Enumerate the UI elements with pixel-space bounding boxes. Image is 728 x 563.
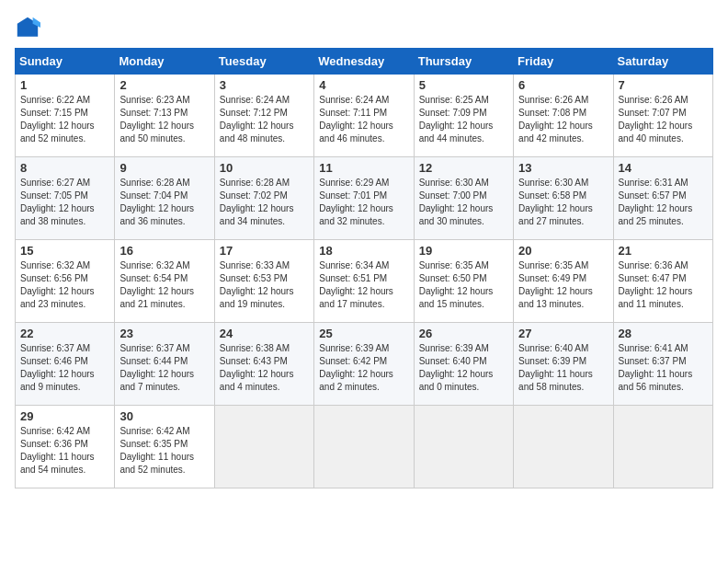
calendar-cell: 28 Sunrise: 6:41 AM Sunset: 6:37 PM Dayl… — [613, 323, 712, 406]
day-number: 6 — [518, 78, 608, 92]
day-number: 16 — [119, 244, 209, 258]
calendar-cell: 13 Sunrise: 6:30 AM Sunset: 6:58 PM Dayl… — [514, 157, 613, 240]
calendar-cell: 8 Sunrise: 6:27 AM Sunset: 7:05 PM Dayli… — [16, 157, 115, 240]
calendar-cell: 30 Sunrise: 6:42 AM Sunset: 6:35 PM Dayl… — [115, 406, 214, 488]
calendar-cell — [214, 406, 313, 488]
day-number: 2 — [119, 78, 209, 92]
day-number: 9 — [119, 161, 209, 175]
calendar-cell: 12 Sunrise: 6:30 AM Sunset: 7:00 PM Dayl… — [414, 157, 513, 240]
day-info: Sunrise: 6:35 AM Sunset: 6:50 PM Dayligh… — [419, 259, 508, 311]
calendar-week-5: 29 Sunrise: 6:42 AM Sunset: 6:36 PM Dayl… — [16, 406, 713, 488]
calendar-cell: 1 Sunrise: 6:22 AM Sunset: 7:15 PM Dayli… — [16, 75, 115, 157]
day-number: 25 — [319, 327, 408, 340]
header-day-tuesday: Tuesday — [214, 49, 313, 75]
day-info: Sunrise: 6:27 AM Sunset: 7:05 PM Dayligh… — [20, 177, 109, 228]
day-number: 24 — [220, 327, 309, 340]
calendar-cell: 24 Sunrise: 6:38 AM Sunset: 6:43 PM Dayl… — [214, 323, 313, 406]
calendar-cell: 15 Sunrise: 6:32 AM Sunset: 6:56 PM Dayl… — [16, 240, 115, 323]
calendar-cell — [613, 406, 712, 488]
day-info: Sunrise: 6:26 AM Sunset: 7:07 PM Dayligh… — [619, 94, 708, 145]
day-info: Sunrise: 6:42 AM Sunset: 6:36 PM Dayligh… — [20, 425, 109, 477]
calendar-week-3: 15 Sunrise: 6:32 AM Sunset: 6:56 PM Dayl… — [16, 240, 713, 323]
day-info: Sunrise: 6:40 AM Sunset: 6:39 PM Dayligh… — [518, 342, 608, 394]
calendar-cell: 5 Sunrise: 6:25 AM Sunset: 7:09 PM Dayli… — [414, 75, 513, 157]
day-number: 22 — [20, 327, 109, 340]
calendar-cell: 26 Sunrise: 6:39 AM Sunset: 6:40 PM Dayl… — [414, 323, 513, 406]
calendar-table: SundayMondayTuesdayWednesdayThursdayFrid… — [15, 48, 713, 488]
day-info: Sunrise: 6:35 AM Sunset: 6:49 PM Dayligh… — [518, 259, 608, 311]
header-day-wednesday: Wednesday — [314, 49, 414, 75]
day-number: 29 — [20, 409, 109, 423]
day-number: 11 — [319, 161, 408, 175]
day-number: 30 — [119, 409, 209, 423]
day-info: Sunrise: 6:37 AM Sunset: 6:44 PM Dayligh… — [119, 342, 209, 394]
day-info: Sunrise: 6:37 AM Sunset: 6:46 PM Dayligh… — [20, 342, 109, 394]
day-number: 18 — [319, 244, 408, 258]
calendar-cell: 9 Sunrise: 6:28 AM Sunset: 7:04 PM Dayli… — [115, 157, 214, 240]
calendar-week-1: 1 Sunrise: 6:22 AM Sunset: 7:15 PM Dayli… — [16, 75, 713, 157]
calendar-cell: 10 Sunrise: 6:28 AM Sunset: 7:02 PM Dayl… — [214, 157, 313, 240]
calendar-cell — [314, 406, 414, 488]
calendar-header: SundayMondayTuesdayWednesdayThursdayFrid… — [16, 49, 713, 75]
calendar-cell: 4 Sunrise: 6:24 AM Sunset: 7:11 PM Dayli… — [314, 75, 414, 157]
header-day-saturday: Saturday — [613, 49, 712, 75]
calendar-week-4: 22 Sunrise: 6:37 AM Sunset: 6:46 PM Dayl… — [16, 323, 713, 406]
day-info: Sunrise: 6:22 AM Sunset: 7:15 PM Dayligh… — [20, 94, 109, 145]
day-number: 13 — [518, 161, 608, 175]
calendar-week-2: 8 Sunrise: 6:27 AM Sunset: 7:05 PM Dayli… — [16, 157, 713, 240]
calendar-cell: 3 Sunrise: 6:24 AM Sunset: 7:12 PM Dayli… — [214, 75, 313, 157]
logo — [15, 15, 44, 40]
day-number: 26 — [419, 327, 508, 340]
day-info: Sunrise: 6:42 AM Sunset: 6:35 PM Dayligh… — [119, 425, 209, 477]
day-info: Sunrise: 6:41 AM Sunset: 6:37 PM Dayligh… — [619, 342, 708, 394]
page-header — [15, 15, 713, 40]
day-info: Sunrise: 6:24 AM Sunset: 7:12 PM Dayligh… — [220, 94, 309, 145]
calendar-cell — [514, 406, 613, 488]
day-number: 1 — [20, 78, 109, 92]
day-info: Sunrise: 6:24 AM Sunset: 7:11 PM Dayligh… — [319, 94, 408, 145]
logo-icon — [15, 15, 40, 40]
day-number: 15 — [20, 244, 109, 258]
calendar-cell: 6 Sunrise: 6:26 AM Sunset: 7:08 PM Dayli… — [514, 75, 613, 157]
header-day-thursday: Thursday — [414, 49, 513, 75]
day-info: Sunrise: 6:28 AM Sunset: 7:02 PM Dayligh… — [220, 177, 309, 228]
calendar-cell: 2 Sunrise: 6:23 AM Sunset: 7:13 PM Dayli… — [115, 75, 214, 157]
day-info: Sunrise: 6:39 AM Sunset: 6:40 PM Dayligh… — [419, 342, 508, 394]
calendar-cell — [414, 406, 513, 488]
day-info: Sunrise: 6:39 AM Sunset: 6:42 PM Dayligh… — [319, 342, 408, 394]
day-number: 17 — [220, 244, 309, 258]
day-info: Sunrise: 6:32 AM Sunset: 6:56 PM Dayligh… — [20, 259, 109, 311]
calendar-cell: 17 Sunrise: 6:33 AM Sunset: 6:53 PM Dayl… — [214, 240, 313, 323]
header-row: SundayMondayTuesdayWednesdayThursdayFrid… — [16, 49, 713, 75]
day-number: 12 — [419, 161, 508, 175]
day-number: 28 — [619, 327, 708, 340]
day-number: 20 — [518, 244, 608, 258]
calendar-cell: 22 Sunrise: 6:37 AM Sunset: 6:46 PM Dayl… — [16, 323, 115, 406]
day-info: Sunrise: 6:26 AM Sunset: 7:08 PM Dayligh… — [518, 94, 608, 145]
day-info: Sunrise: 6:28 AM Sunset: 7:04 PM Dayligh… — [119, 177, 209, 228]
calendar-body: 1 Sunrise: 6:22 AM Sunset: 7:15 PM Dayli… — [16, 75, 713, 488]
day-info: Sunrise: 6:31 AM Sunset: 6:57 PM Dayligh… — [619, 177, 708, 228]
day-number: 27 — [518, 327, 608, 340]
day-number: 23 — [119, 327, 209, 340]
header-day-friday: Friday — [514, 49, 613, 75]
day-info: Sunrise: 6:33 AM Sunset: 6:53 PM Dayligh… — [220, 259, 309, 311]
day-info: Sunrise: 6:25 AM Sunset: 7:09 PM Dayligh… — [419, 94, 508, 145]
calendar-cell: 7 Sunrise: 6:26 AM Sunset: 7:07 PM Dayli… — [613, 75, 712, 157]
day-number: 3 — [220, 78, 309, 92]
header-day-monday: Monday — [115, 49, 214, 75]
day-number: 14 — [619, 161, 708, 175]
day-info: Sunrise: 6:34 AM Sunset: 6:51 PM Dayligh… — [319, 259, 408, 311]
day-number: 8 — [20, 161, 109, 175]
day-info: Sunrise: 6:38 AM Sunset: 6:43 PM Dayligh… — [220, 342, 309, 394]
calendar-cell: 27 Sunrise: 6:40 AM Sunset: 6:39 PM Dayl… — [514, 323, 613, 406]
calendar-cell: 19 Sunrise: 6:35 AM Sunset: 6:50 PM Dayl… — [414, 240, 513, 323]
day-info: Sunrise: 6:23 AM Sunset: 7:13 PM Dayligh… — [119, 94, 209, 145]
day-info: Sunrise: 6:36 AM Sunset: 6:47 PM Dayligh… — [619, 259, 708, 311]
calendar-cell: 14 Sunrise: 6:31 AM Sunset: 6:57 PM Dayl… — [613, 157, 712, 240]
calendar-cell: 29 Sunrise: 6:42 AM Sunset: 6:36 PM Dayl… — [16, 406, 115, 488]
day-info: Sunrise: 6:30 AM Sunset: 7:00 PM Dayligh… — [419, 177, 508, 228]
calendar-cell: 21 Sunrise: 6:36 AM Sunset: 6:47 PM Dayl… — [613, 240, 712, 323]
day-info: Sunrise: 6:30 AM Sunset: 6:58 PM Dayligh… — [518, 177, 608, 228]
calendar-cell: 23 Sunrise: 6:37 AM Sunset: 6:44 PM Dayl… — [115, 323, 214, 406]
